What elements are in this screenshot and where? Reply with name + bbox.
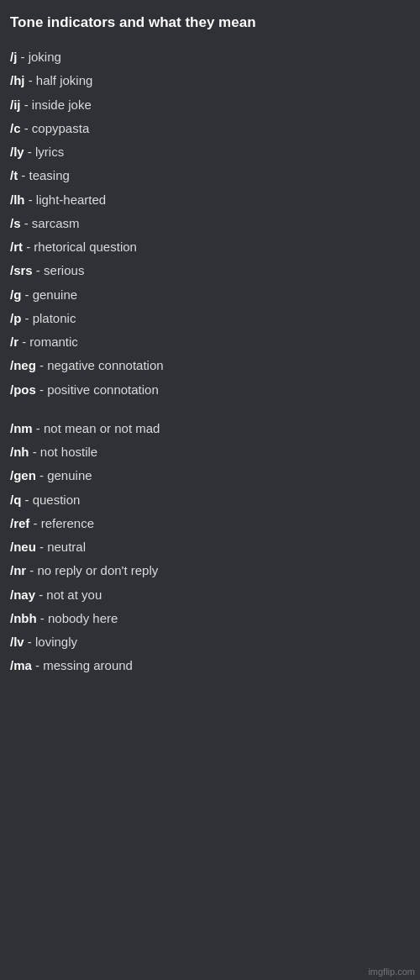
tone-code: /c <box>10 121 21 135</box>
tone-code: /nay <box>10 587 35 602</box>
list-item: /ref - reference <box>10 512 410 535</box>
list-item: /s - sarcasm <box>10 212 410 235</box>
list-item: /gen - genuine <box>10 464 410 487</box>
list-item: /neu - neutral <box>10 535 410 559</box>
tone-code: /ij <box>10 97 21 112</box>
tone-code: /g <box>10 287 21 302</box>
list-item: /rt - rhetorical question <box>10 235 410 259</box>
page-title: Tone indicators and what they mean <box>10 13 410 32</box>
list-item: /t - teasing <box>10 164 410 187</box>
tone-code: /neu <box>10 540 36 554</box>
tone-code: /nh <box>10 445 29 459</box>
tone-code: /hj <box>10 73 25 87</box>
list-item: /pos - positive connotation <box>10 378 410 402</box>
tone-code: /s <box>10 216 21 230</box>
tone-code: /gen <box>10 468 36 482</box>
list-item: /q - question <box>10 488 410 512</box>
list-item: /hj - half joking <box>10 69 410 92</box>
tone-code: /rt <box>10 240 23 254</box>
list-item: /lh - light-hearted <box>10 188 410 212</box>
list-item: /c - copypasta <box>10 117 410 140</box>
tone-code: /ref <box>10 516 29 530</box>
tone-code: /j <box>10 50 17 64</box>
group-spacer <box>10 402 410 417</box>
tone-code: /lh <box>10 192 25 207</box>
tone-code: /srs <box>10 263 33 277</box>
list-item: /lv - lovingly <box>10 630 410 654</box>
list-item: /nr - no reply or don't reply <box>10 559 410 582</box>
tone-group-1: /j - joking/hj - half joking/ij - inside… <box>10 45 410 402</box>
list-item: /nh - not hostile <box>10 440 410 464</box>
tone-code: /ly <box>10 145 24 159</box>
tone-group-2: /nm - not mean or not mad/nh - not hosti… <box>10 417 410 678</box>
list-item: /g - genuine <box>10 283 410 307</box>
list-item: /ma - messing around <box>10 654 410 677</box>
tone-code: /lv <box>10 635 24 649</box>
tone-code: /r <box>10 335 18 349</box>
list-item: /nbh - nobody here <box>10 607 410 630</box>
list-item: /p - platonic <box>10 307 410 330</box>
tone-code: /t <box>10 168 18 182</box>
tone-code: /p <box>10 311 21 325</box>
watermark: imgflip.com <box>368 967 415 977</box>
list-item: /r - romantic <box>10 330 410 354</box>
list-item: /neg - negative connotation <box>10 354 410 377</box>
tone-code: /nm <box>10 421 33 435</box>
list-item: /nay - not at you <box>10 583 410 607</box>
tone-code: /ma <box>10 658 32 672</box>
tone-code: /pos <box>10 382 36 397</box>
tone-code: /neg <box>10 358 36 372</box>
tone-code: /nr <box>10 563 26 577</box>
list-item: /srs - serious <box>10 259 410 282</box>
list-item: /j - joking <box>10 45 410 69</box>
list-item: /ly - lyrics <box>10 140 410 164</box>
tone-code: /q <box>10 493 21 507</box>
list-item: /nm - not mean or not mad <box>10 417 410 440</box>
tone-code: /nbh <box>10 611 37 625</box>
list-item: /ij - inside joke <box>10 93 410 117</box>
